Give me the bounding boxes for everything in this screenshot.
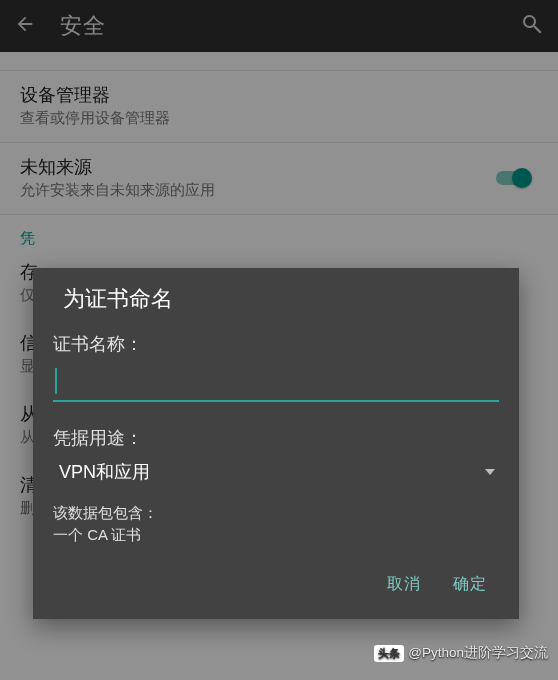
name-certificate-dialog: 为证书命名 证书名称： 凭据用途： VPN和应用 该数据包包含： 一个 CA 证…	[33, 268, 519, 619]
cancel-button[interactable]: 取消	[371, 566, 437, 603]
cert-name-label: 证书名称：	[33, 326, 519, 358]
usage-dropdown[interactable]: VPN和应用	[53, 456, 499, 488]
usage-value: VPN和应用	[53, 456, 485, 488]
package-info: 该数据包包含： 一个 CA 证书	[33, 488, 519, 546]
cert-name-input[interactable]	[53, 366, 499, 402]
text-caret	[55, 368, 57, 394]
watermark-handle: @Python进阶学习交流	[408, 644, 548, 662]
dialog-actions: 取消 确定	[33, 546, 519, 619]
dialog-title: 为证书命名	[33, 268, 519, 326]
watermark: 头条 @Python进阶学习交流	[374, 644, 548, 662]
chevron-down-icon	[485, 469, 495, 475]
watermark-logo: 头条	[374, 645, 404, 662]
ok-button[interactable]: 确定	[437, 566, 503, 603]
usage-label: 凭据用途：	[33, 402, 519, 452]
